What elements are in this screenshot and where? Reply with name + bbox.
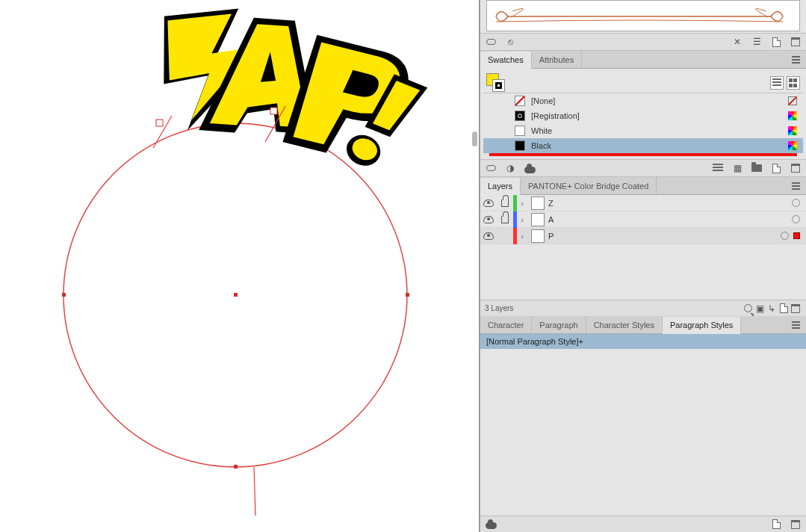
visibility-toggle-icon[interactable] (483, 232, 494, 240)
color-model-icon (788, 126, 797, 135)
type-panel-menu-icon[interactable] (790, 319, 802, 331)
tab-character[interactable]: Character (480, 316, 532, 333)
svg-rect-1 (406, 293, 409, 297)
delete-pstyle-icon[interactable] (790, 519, 802, 531)
svg-rect-8 (270, 108, 277, 114)
brush-options2-icon[interactable]: ☰ (751, 36, 763, 48)
tab-character-styles[interactable]: Character Styles (586, 316, 663, 333)
selection-circle-path (63, 123, 407, 467)
delete-swatch-icon[interactable] (790, 162, 802, 174)
path-handle-line (254, 467, 255, 516)
swatch-name: White (531, 126, 552, 135)
canvas-scrollbar-thumb[interactable] (472, 132, 477, 146)
zap-text-art (157, 6, 427, 177)
layers-panel-menu-icon[interactable] (790, 180, 802, 192)
create-sublayer-icon[interactable]: ↳ (766, 303, 778, 315)
brush-options-icon[interactable]: ⎋ (504, 36, 516, 48)
lock-toggle-icon[interactable] (501, 200, 509, 207)
make-clipping-mask-icon[interactable]: ▣ (754, 303, 766, 315)
layer-thumbnail (531, 229, 545, 243)
svg-line-9 (153, 116, 172, 148)
lock-toggle-icon[interactable] (501, 216, 509, 223)
swatch-chip (515, 140, 525, 151)
new-layer-icon[interactable] (778, 303, 790, 315)
svg-point-5 (342, 130, 385, 170)
swatch-list-view-button[interactable] (770, 76, 784, 90)
target-icon[interactable] (792, 215, 800, 223)
new-pstyle-icon[interactable] (770, 519, 782, 531)
svg-rect-2 (234, 293, 238, 297)
swatch-row[interactable]: [Registration] (483, 108, 803, 123)
swatch-list: [None][Registration]WhiteBlack (483, 93, 803, 153)
layer-row[interactable]: ›P (480, 228, 806, 244)
swatch-kinds-icon[interactable]: ◑ (504, 162, 516, 174)
delete-brush-icon[interactable] (790, 36, 802, 48)
layer-thumbnail (531, 197, 545, 210)
target-icon[interactable] (781, 232, 789, 240)
libraries-icon[interactable] (485, 36, 497, 48)
layer-name: P (548, 232, 554, 241)
swatch-row[interactable]: Black (483, 138, 803, 153)
fill-stroke-indicator[interactable] (486, 73, 506, 93)
swatch-libraries-icon[interactable] (485, 162, 497, 174)
swatch-name: [None] (531, 96, 555, 105)
pstyles-cloud-icon[interactable] (485, 519, 497, 531)
new-color-group-icon[interactable]: ▦ (731, 162, 743, 174)
artboard-canvas[interactable] (0, 0, 480, 532)
swatch-row[interactable]: White (483, 123, 803, 138)
tab-paragraph[interactable]: Paragraph (532, 316, 586, 333)
color-model-icon (788, 141, 797, 150)
svg-rect-4 (234, 465, 238, 468)
svg-line-10 (265, 106, 285, 142)
visibility-toggle-icon[interactable] (483, 200, 494, 207)
selection-indicator-icon (793, 232, 800, 239)
swatch-chip (515, 96, 525, 106)
swatch-grid-view-button[interactable] (787, 76, 800, 90)
swatches-footer: ◑ ▦ (480, 159, 806, 177)
layers-panel: ›Z›A›P 3 Layers ▣ ↳ (480, 195, 806, 316)
svg-point-6 (349, 134, 380, 164)
layer-row[interactable]: ›Z (480, 195, 806, 211)
swatch-partial-red-row (489, 153, 797, 156)
new-swatch-icon[interactable] (770, 162, 782, 174)
tab-layers[interactable]: Layers (480, 178, 521, 195)
swatches-panel-menu-icon[interactable] (790, 54, 802, 66)
swatch-options-icon[interactable] (712, 162, 724, 174)
layer-name: Z (548, 199, 554, 208)
disclosure-triangle-icon[interactable]: › (517, 215, 527, 224)
paragraph-styles-panel: [Normal Paragraph Style]+ (480, 334, 806, 532)
tab-attributes[interactable]: Attributes (532, 51, 582, 68)
layer-thumbnail (531, 213, 545, 226)
disclosure-triangle-icon[interactable]: › (517, 232, 527, 241)
visibility-toggle-icon[interactable] (483, 216, 494, 223)
swatch-name: [Registration] (531, 111, 580, 120)
not-editable-icon (788, 96, 797, 105)
swatch-row[interactable]: [None] (483, 93, 803, 108)
svg-rect-0 (62, 293, 66, 297)
layer-count-label: 3 Layers (485, 304, 513, 312)
tab-swatches[interactable]: Swatches (480, 52, 532, 69)
exclaim (342, 68, 428, 178)
layers-tabs: Layers PANTONE+ Color Bridge Coated (480, 177, 806, 195)
remove-stroke-icon[interactable]: ✕ (731, 36, 743, 48)
paragraph-style-row[interactable]: [Normal Paragraph Style]+ (480, 334, 806, 349)
type-tabs: Character Paragraph Character Styles Par… (480, 316, 806, 334)
locate-object-icon[interactable] (742, 303, 754, 315)
tab-pantone[interactable]: PANTONE+ Color Bridge Coated (521, 177, 657, 194)
new-folder-icon[interactable] (751, 162, 763, 174)
svg-rect-3 (234, 121, 238, 125)
swatch-cloud-icon[interactable] (524, 162, 536, 174)
disclosure-triangle-icon[interactable]: › (517, 199, 527, 208)
brush-preview (486, 0, 800, 31)
svg-rect-7 (156, 120, 163, 126)
swatch-chip (515, 111, 525, 121)
tab-paragraph-styles[interactable]: Paragraph Styles (663, 317, 741, 334)
new-brush-icon[interactable] (770, 36, 782, 48)
target-icon[interactable] (792, 199, 800, 207)
brush-panel-footer: ⎋ ✕ ☰ (480, 33, 806, 51)
stroke-swatch[interactable] (492, 79, 505, 92)
canvas-svg (45, 0, 463, 532)
swatches-panel: [None][Registration]WhiteBlack (480, 69, 806, 159)
layer-row[interactable]: ›A (480, 211, 806, 228)
delete-layer-icon[interactable] (790, 303, 802, 315)
